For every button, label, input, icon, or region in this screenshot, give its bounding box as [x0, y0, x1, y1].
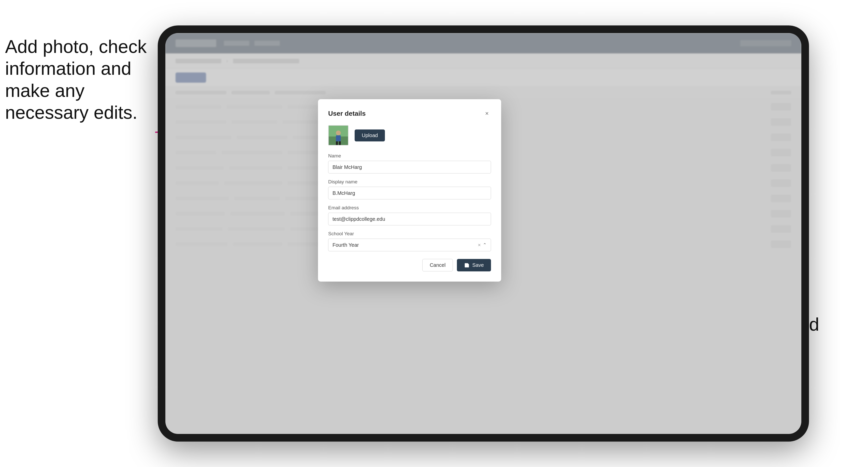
annotation-left: Add photo, check information and make an…: [5, 36, 153, 124]
modal-footer: Cancel Save: [328, 259, 491, 271]
photo-section: Upload: [328, 125, 491, 146]
email-field-group: Email address: [328, 205, 491, 225]
email-input[interactable]: [328, 213, 491, 225]
school-year-select-wrapper: Fourth Year × ⌃: [328, 239, 491, 251]
display-name-input[interactable]: [328, 187, 491, 199]
tablet-device: ›: [158, 25, 809, 442]
name-input[interactable]: [328, 161, 491, 174]
chevron-down-icon[interactable]: ⌃: [483, 242, 487, 248]
svg-rect-8: [339, 142, 341, 145]
modal-overlay: User details ×: [165, 33, 801, 434]
user-details-modal: User details ×: [318, 99, 501, 282]
name-field-group: Name: [328, 153, 491, 174]
svg-rect-6: [336, 135, 341, 142]
select-clear-icon[interactable]: ×: [478, 242, 481, 248]
modal-title: User details: [328, 110, 366, 118]
school-year-field-group: School Year Fourth Year × ⌃: [328, 231, 491, 251]
school-year-value: Fourth Year: [333, 242, 359, 248]
tablet-screen: ›: [165, 33, 801, 434]
save-icon: [464, 262, 470, 268]
avatar-svg: [329, 125, 348, 146]
upload-button[interactable]: Upload: [354, 129, 385, 142]
cancel-button[interactable]: Cancel: [422, 259, 453, 271]
email-label: Email address: [328, 205, 491, 211]
display-name-field-group: Display name: [328, 179, 491, 199]
school-year-label: School Year: [328, 231, 491, 237]
save-label: Save: [472, 262, 484, 268]
svg-point-5: [336, 130, 341, 135]
school-year-select[interactable]: Fourth Year × ⌃: [328, 239, 491, 251]
avatar-image: [329, 126, 348, 145]
display-name-label: Display name: [328, 179, 491, 185]
modal-close-button[interactable]: ×: [483, 110, 491, 118]
name-label: Name: [328, 153, 491, 159]
avatar-container: [328, 125, 348, 146]
save-button[interactable]: Save: [457, 259, 491, 271]
modal-header: User details ×: [328, 110, 491, 118]
select-controls: × ⌃: [478, 242, 487, 248]
svg-rect-7: [336, 142, 338, 145]
